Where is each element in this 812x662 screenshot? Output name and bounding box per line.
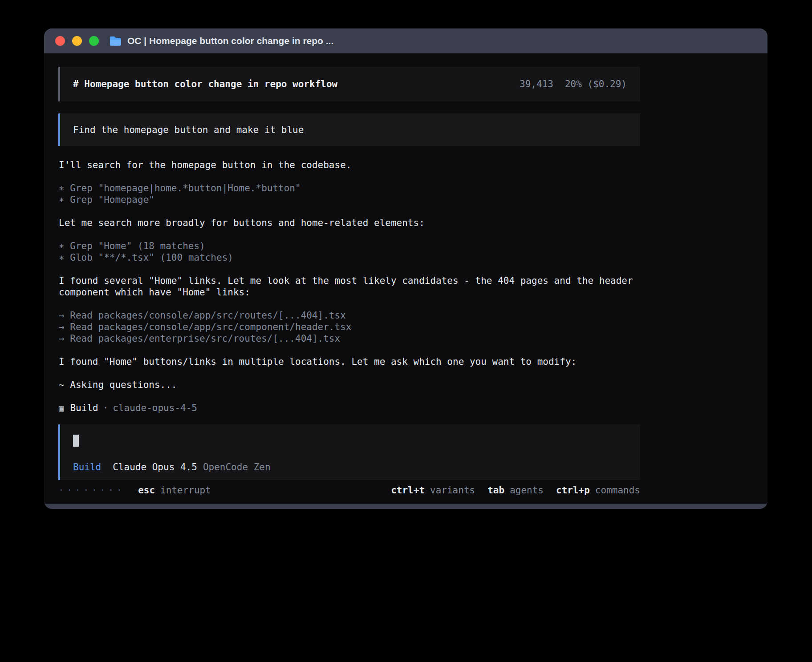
session-stats: 39,413 20% ($0.29) — [520, 78, 627, 90]
spinner-dots: ········ — [58, 484, 125, 496]
shortcut-label: variants — [430, 484, 475, 496]
tool-call-read: → Read packages/enterprise/src/routes/[.… — [59, 333, 640, 344]
session-title: # Homepage button color change in repo w… — [73, 78, 337, 90]
model-name: Claude Opus 4.5 — [113, 461, 197, 473]
minimize-window-button[interactable] — [72, 36, 82, 46]
session-header: # Homepage button color change in repo w… — [58, 67, 640, 101]
status-right: ctrl+t variants tab agents ctrl+p comman… — [391, 484, 640, 496]
agent-model: claude-opus-4-5 — [113, 402, 197, 414]
terminal-window: OC | Homepage button color change in rep… — [44, 28, 767, 509]
status-bar: ········ esc interrupt ctrl+t variants t… — [58, 484, 640, 496]
shortcut-label: agents — [510, 484, 544, 496]
tool-call-grep: ∗ Grep "homepage|home.*button|Home.*butt… — [59, 182, 640, 194]
assistant-status: ~ Asking questions... — [59, 379, 640, 391]
terminal-content: # Homepage button color change in repo w… — [44, 53, 767, 504]
tool-call-group: → Read packages/console/app/src/routes/[… — [59, 310, 640, 344]
status-left: ········ esc interrupt — [58, 484, 211, 496]
tool-call-read: → Read packages/console/app/src/componen… — [59, 321, 640, 333]
tool-call-grep: ∗ Grep "Home" (18 matches) — [59, 240, 640, 252]
close-window-button[interactable] — [55, 36, 65, 46]
shortcut-key: esc — [138, 484, 155, 496]
tool-call-read: → Read packages/console/app/src/routes/[… — [59, 310, 640, 321]
tool-call-grep: ∗ Grep "Homepage" — [59, 194, 640, 206]
agent-name: Build — [70, 402, 98, 414]
shortcut-key: tab — [487, 484, 504, 496]
assistant-paragraph: Let me search more broadly for buttons a… — [59, 217, 640, 229]
text-cursor — [73, 435, 79, 447]
token-count: 39,413 — [520, 78, 553, 90]
shortcut-label: interrupt — [160, 484, 211, 496]
shortcut-variants: ctrl+t variants — [391, 484, 475, 496]
user-message-text: Find the homepage button and make it blu… — [73, 124, 304, 136]
window-title: OC | Homepage button color change in rep… — [127, 36, 333, 46]
shortcut-commands: ctrl+p commands — [556, 484, 640, 496]
tool-call-glob: ∗ Glob "**/*.tsx" (100 matches) — [59, 252, 640, 263]
tool-call-group: ∗ Grep "Home" (18 matches) ∗ Glob "**/*.… — [59, 240, 640, 263]
folder-icon — [110, 36, 122, 46]
traffic-lights — [55, 36, 99, 46]
input-mode-line: Build Claude Opus 4.5 OpenCode Zen — [73, 461, 640, 473]
assistant-response: I'll search for the homepage button in t… — [58, 159, 640, 414]
provider-name: OpenCode Zen — [203, 461, 271, 473]
agent-attribution: ▣ Build · claude-opus-4-5 — [59, 402, 640, 414]
tool-call-group: ∗ Grep "homepage|home.*button|Home.*butt… — [59, 182, 640, 206]
shortcut-key: ctrl+t — [391, 484, 425, 496]
prompt-input[interactable]: Build Claude Opus 4.5 OpenCode Zen — [58, 424, 640, 480]
shortcut-interrupt: esc interrupt — [138, 484, 211, 496]
shortcut-agents: tab agents — [487, 484, 544, 496]
zoom-window-button[interactable] — [89, 36, 99, 46]
assistant-paragraph: I found several "Home" links. Let me loo… — [59, 275, 640, 298]
window-titlebar[interactable]: OC | Homepage button color change in rep… — [44, 28, 767, 53]
assistant-paragraph: I'll search for the homepage button in t… — [59, 159, 640, 171]
shortcut-label: commands — [595, 484, 640, 496]
shortcut-key: ctrl+p — [556, 484, 590, 496]
agent-separator: · — [103, 402, 109, 414]
context-cost: 20% ($0.29) — [565, 78, 627, 90]
mode-badge[interactable]: Build — [73, 461, 101, 473]
window-title-area: OC | Homepage button color change in rep… — [110, 36, 333, 46]
agent-icon: ▣ — [59, 402, 64, 414]
user-message: Find the homepage button and make it blu… — [58, 113, 640, 146]
assistant-paragraph: I found "Home" buttons/links in multiple… — [59, 356, 640, 367]
